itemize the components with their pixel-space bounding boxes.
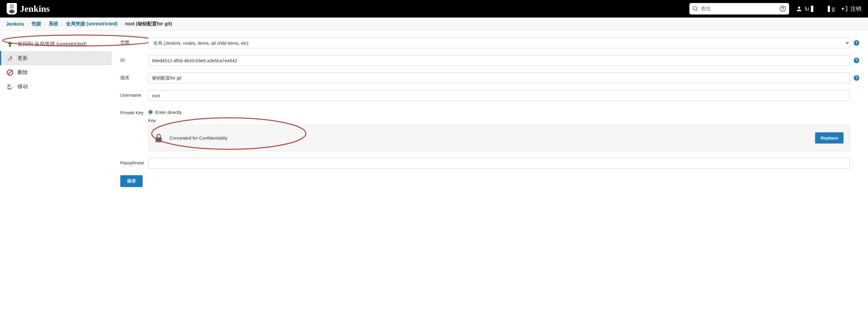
- breadcrumb: Jenkins › 凭据 › 系统 › 全局凭据 (unrestricted) …: [0, 18, 868, 31]
- svg-rect-27: [158, 139, 159, 141]
- user-icon: [796, 5, 802, 12]
- svg-point-1: [9, 10, 14, 13]
- breadcrumb-system[interactable]: 系统: [49, 21, 58, 27]
- sidebar-item-label: 更新: [18, 55, 28, 62]
- search-container: [689, 3, 789, 14]
- row-scope: 范围 全局 (Jenkins, nodes, items, all child …: [120, 37, 860, 48]
- row-passphrase: Passphrase: [120, 158, 860, 168]
- logout-label: 注销: [850, 5, 861, 12]
- jenkins-logo-icon: [7, 3, 17, 14]
- svg-point-16: [8, 89, 9, 90]
- brand-text: Jenkins: [20, 4, 50, 14]
- key-label: Key: [148, 118, 850, 123]
- chevron-right-icon: ›: [121, 22, 122, 27]
- svg-point-8: [782, 10, 783, 10]
- description-input[interactable]: [148, 72, 850, 83]
- dolly-icon: [7, 83, 13, 90]
- help-icon[interactable]: [854, 40, 860, 46]
- sidebar-item-move[interactable]: 移动: [0, 80, 112, 94]
- label-passphrase: Passphrase: [120, 158, 148, 165]
- sidebar-item-back[interactable]: 返回到 全局凭据 (unrestricted): [0, 37, 112, 51]
- save-button[interactable]: 保存: [120, 175, 143, 187]
- passphrase-input[interactable]: [148, 158, 850, 168]
- concealed-text: Concealed for Confidentiality: [169, 135, 227, 141]
- sidebar-item-delete[interactable]: 删除: [0, 65, 112, 80]
- logout-button[interactable]: 注销: [841, 5, 861, 12]
- up-arrow-icon: [7, 41, 13, 48]
- svg-rect-11: [10, 59, 12, 61]
- search-icon: [692, 6, 699, 12]
- main-form: 范围 全局 (Jenkins, nodes, items, all child …: [112, 31, 868, 310]
- svg-point-23: [856, 79, 857, 80]
- search-help-icon[interactable]: [779, 5, 786, 12]
- brand-logo[interactable]: Jenkins: [7, 3, 50, 14]
- svg-point-5: [693, 7, 696, 10]
- label-scope: 范围: [120, 37, 148, 45]
- sidebar-item-label: 移动: [18, 83, 28, 90]
- sidebar-item-label: 删除: [18, 69, 28, 76]
- enter-directly-radio[interactable]: [148, 110, 153, 115]
- svg-line-6: [696, 10, 698, 11]
- breadcrumb-jenkins[interactable]: Jenkins: [6, 22, 24, 27]
- sidebar-item-update[interactable]: 更新: [0, 51, 112, 65]
- replace-button[interactable]: Replace: [815, 132, 843, 144]
- help-icon[interactable]: [854, 57, 860, 63]
- chevron-right-icon: ›: [61, 22, 63, 27]
- row-private-key: Private Key Enter directly Key: [120, 107, 860, 151]
- label-username: Username: [120, 90, 148, 98]
- svg-point-17: [10, 89, 11, 90]
- chevron-right-icon: ›: [27, 22, 29, 27]
- sidebar-item-label: 返回到 全局凭据 (unrestricted): [18, 40, 87, 48]
- scope-select[interactable]: 全局 (Jenkins, nodes, items, all child ite…: [148, 37, 850, 48]
- search-input[interactable]: [689, 3, 789, 14]
- username-input[interactable]: [148, 90, 850, 101]
- topbar: Jenkins lu████g 注销: [0, 0, 868, 18]
- row-username: Username: [120, 90, 860, 101]
- wrench-screwdriver-icon: [7, 55, 13, 62]
- svg-rect-12: [11, 58, 12, 59]
- help-icon[interactable]: [854, 75, 860, 81]
- no-entry-icon: [7, 69, 13, 76]
- label-private-key: Private Key: [120, 107, 148, 115]
- row-description: 描述: [120, 72, 860, 83]
- private-key-radio-row: Enter directly: [148, 107, 850, 117]
- svg-rect-15: [8, 84, 10, 86]
- username-masked: ████: [811, 6, 830, 12]
- key-box: Concealed for Confidentiality Replace: [148, 125, 850, 151]
- svg-point-3: [12, 7, 13, 7]
- logout-icon: [841, 5, 848, 12]
- label-description: 描述: [120, 72, 148, 81]
- svg-point-21: [856, 62, 857, 62]
- chevron-right-icon: ›: [44, 22, 45, 27]
- svg-line-14: [8, 70, 12, 74]
- lock-icon: [154, 133, 163, 143]
- label-id: ID: [120, 55, 148, 63]
- row-id: ID: [120, 55, 860, 66]
- username-suffix: g: [832, 6, 835, 12]
- breadcrumb-credentials[interactable]: 凭据: [31, 21, 41, 27]
- svg-point-2: [10, 7, 11, 7]
- username-prefix: lu: [805, 6, 809, 12]
- sidebar: 返回到 全局凭据 (unrestricted) 更新 删除: [0, 31, 112, 310]
- enter-directly-label: Enter directly: [155, 110, 182, 115]
- breadcrumb-global[interactable]: 全局凭据 (unrestricted): [66, 21, 118, 27]
- svg-point-9: [798, 7, 800, 9]
- user-menu[interactable]: lu████g: [796, 5, 835, 12]
- svg-point-19: [856, 44, 857, 45]
- id-input[interactable]: [148, 55, 850, 66]
- breadcrumb-current: root (秘钥配置for git): [125, 21, 172, 27]
